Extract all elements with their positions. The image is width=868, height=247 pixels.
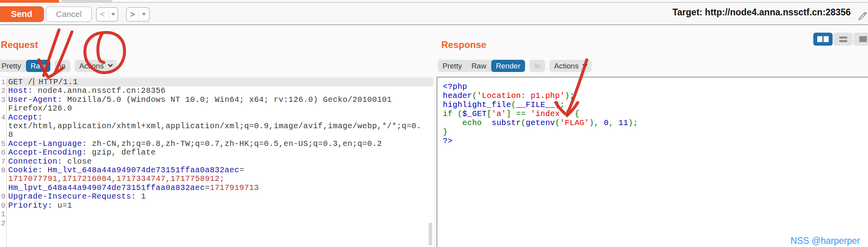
code-segment: );	[565, 91, 575, 100]
line-content[interactable]: Host: node4.anna.nssctf.cn:28356	[7, 87, 433, 95]
request-line[interactable]: 0Priority: u=1	[0, 201, 433, 210]
request-line[interactable]: 7Connection: close	[0, 157, 433, 166]
text-segment: Accept	[8, 113, 38, 122]
code-segment: );	[628, 118, 638, 127]
text-segment: 1717919713	[210, 183, 259, 192]
chevron-down-icon	[108, 62, 113, 67]
request-tab-group: \n	[55, 60, 70, 72]
tab-label: \n	[534, 61, 540, 70]
watermark-text: NSS @harperper	[791, 236, 860, 246]
column-bar	[817, 36, 822, 42]
line-content[interactable]: Accept: text/html,application/xhtml+xml,…	[7, 113, 433, 140]
request-lines: 1GET / HTTP/1.12Host: node4.anna.nssctf.…	[0, 78, 433, 228]
response-tab-group: Actions	[549, 60, 592, 72]
request-scrollbar-thumb[interactable]	[429, 223, 432, 245]
text-segment: User-Agent	[8, 95, 57, 104]
code-segment: (	[511, 100, 516, 109]
line-content[interactable]: Priority: u=1	[7, 201, 433, 210]
response-view-tabs: PrettyRawRender\nActions	[438, 60, 592, 72]
line-content[interactable]: Accept-Language: zh-CN,zh;q=0.8,zh-TW;q=…	[7, 140, 433, 148]
single-layout-button[interactable]	[853, 33, 868, 46]
text-segment: :	[38, 166, 48, 175]
text-segment: Connection	[8, 157, 57, 166]
edit-target-pencil-icon[interactable]	[857, 10, 868, 21]
line-content[interactable]: Upgrade-Insecure-Requests: 1	[7, 192, 433, 201]
request-line[interactable]: 9Upgrade-Insecure-Requests: 1	[0, 192, 433, 201]
caret-down-icon	[111, 13, 115, 16]
code-segment: substr	[492, 118, 521, 127]
text-segment: : u=1	[48, 201, 72, 210]
layout-toggle-group	[813, 33, 868, 46]
line-number: 0	[0, 201, 6, 210]
code-segment: }	[443, 127, 448, 136]
next-request-button-group: >	[126, 7, 150, 22]
code-segment: echo	[443, 118, 492, 127]
next-request-button[interactable]: >	[127, 10, 138, 19]
request-line[interactable]: 5Accept-Language: zh-CN,zh;q=0.8,zh-TW;q…	[0, 140, 433, 148]
send-button[interactable]: Send	[0, 6, 44, 22]
column-bar	[824, 36, 829, 42]
request-line[interactable]: 8Cookie: Hm_lvt_648a44a949074de73151ffaa…	[0, 166, 433, 192]
request-line[interactable]: 2	[0, 219, 433, 228]
previous-request-button[interactable]: <	[97, 10, 109, 19]
line-content[interactable]	[7, 219, 433, 228]
request-line[interactable]: 1	[0, 210, 433, 219]
response-tab-actions[interactable]: Actions	[549, 60, 592, 72]
line-content[interactable]: Accept-Encoding: gzip, deflate	[7, 148, 433, 157]
line-number: 7	[0, 157, 6, 166]
request-tab-pretty[interactable]: Pretty	[0, 60, 26, 72]
request-line[interactable]: 4Accept: text/html,application/xhtml+xml…	[0, 113, 433, 140]
line-number: 2	[0, 87, 6, 95]
line-content[interactable]: GET / HTTP/1.1	[7, 78, 433, 87]
line-content[interactable]: Connection: close	[7, 157, 433, 166]
response-tab-render[interactable]: Render	[491, 60, 525, 72]
response-tab-n[interactable]: \n	[529, 60, 545, 72]
chevron-down-icon	[582, 62, 588, 67]
text-segment: Priority	[8, 201, 48, 210]
code-segment: (	[472, 91, 477, 100]
columns-layout-button[interactable]	[813, 33, 833, 46]
text-segment: : zh-CN,zh;q=0.8,zh-TW;q=0.7,zh-HK;q=0.5…	[82, 139, 382, 148]
target-label: Target: http://node4.anna.nssctf.cn:2835…	[673, 7, 851, 18]
previous-request-dropdown[interactable]	[109, 13, 118, 16]
text-segment: : close	[57, 157, 92, 166]
request-tab-n[interactable]: \n	[55, 60, 70, 72]
text-segment: 1717077791,1717216084,1717334747,1717758…	[8, 174, 225, 183]
toolbar: Send Cancel < > Target: http://node4.ann…	[0, 3, 868, 24]
line-number: 4	[0, 113, 6, 140]
text-segment: =	[205, 183, 210, 192]
request-line[interactable]: 6Accept-Encoding: gzip, deflate	[0, 148, 433, 157]
response-tab-group: \n	[529, 60, 545, 72]
line-content[interactable]	[7, 210, 433, 219]
next-request-dropdown[interactable]	[139, 13, 149, 16]
request-tab-raw[interactable]: Raw	[26, 60, 50, 72]
response-panel-title: Response	[441, 39, 487, 50]
text-segment: Upgrade-Insecure-Requests	[8, 192, 131, 201]
tab-label: Pretty	[2, 61, 21, 70]
request-line[interactable]: 1GET / HTTP/1.1	[0, 78, 433, 87]
code-segment: highlight_file	[443, 100, 511, 109]
request-line[interactable]: 3User-Agent: Mozilla/5.0 (Windows NT 10.…	[0, 96, 433, 113]
response-tab-pretty[interactable]: Pretty	[438, 60, 467, 72]
request-panel-title: Request	[1, 39, 38, 50]
request-line[interactable]: 2Host: node4.anna.nssctf.cn:28356	[0, 87, 433, 95]
request-tab-actions[interactable]: Actions	[75, 60, 117, 72]
response-editor[interactable]: <?phpheader('Location: p1.php');highligh…	[437, 77, 868, 247]
line-number: 9	[0, 192, 6, 201]
single-layout-icon	[859, 36, 867, 42]
text-segment: Host	[8, 86, 28, 95]
request-editor[interactable]: 1GET / HTTP/1.12Host: node4.anna.nssctf.…	[0, 77, 433, 247]
line-content[interactable]: Cookie: Hm_lvt_648a44a949074de73151ffaa0…	[7, 166, 433, 192]
code-line: echo substr(getenv('FLAG'), 0, 11);	[443, 118, 868, 127]
line-number: 1	[0, 210, 6, 219]
rows-layout-button[interactable]	[833, 33, 853, 46]
text-segment: : gzip, deflate	[82, 148, 156, 157]
text-segment: Hm_lvt_648a44a949074de73151ffaa0a832aec	[48, 166, 240, 175]
code-line: header('Location: p1.php');	[443, 91, 868, 100]
active-tab-remnant	[0, 0, 59, 3]
response-tab-raw[interactable]: Raw	[467, 60, 491, 72]
line-content[interactable]: User-Agent: Mozilla/5.0 (Windows NT 10.0…	[7, 96, 433, 113]
cancel-button[interactable]: Cancel	[46, 6, 92, 22]
code-line: <?php	[443, 82, 868, 91]
code-segment: ) {	[565, 109, 579, 118]
